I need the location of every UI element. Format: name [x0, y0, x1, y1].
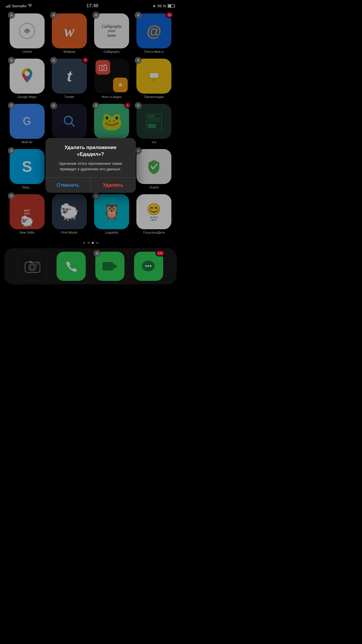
dock-icon-camera[interactable]: [18, 252, 47, 281]
carrier-label: Билайн: [12, 4, 27, 8]
delete-btn-facetime[interactable]: ✕: [94, 250, 101, 257]
app-grid: ✕ Unfold ✕ w Wattpad ✕ Calligraphy: [0, 10, 181, 237]
app-icon-tumblr[interactable]: t: [52, 59, 87, 94]
dock-item-messages: 141: [134, 252, 163, 281]
app-label-googlemaps: Google Maps: [17, 95, 36, 99]
app-item-unfold: ✕ Unfold: [6, 13, 48, 53]
badge-tumblr: 4: [82, 57, 89, 63]
app-icon-vcv[interactable]: [136, 104, 171, 139]
delete-button[interactable]: Удалить: [91, 178, 136, 193]
svg-rect-26: [102, 262, 113, 271]
page-dot-4[interactable]: [96, 242, 98, 244]
svg-rect-10: [150, 73, 158, 78]
badge-mailru: 10: [166, 12, 173, 18]
app-icon-wattpad[interactable]: w: [52, 13, 87, 48]
dock-item-phone: [57, 252, 86, 281]
status-left: Билайн: [6, 4, 32, 8]
app-icon-edadeal[interactable]: 🐸: [94, 104, 129, 139]
svg-rect-16: [148, 116, 155, 117]
svg-rect-20: [148, 124, 156, 128]
svg-rect-18: [148, 120, 160, 120]
app-label-fotovideo: Фото и видео: [102, 95, 122, 99]
svg-point-4: [24, 71, 30, 76]
battery-label: 50 %: [157, 4, 166, 8]
app-item-mailru: ✕ @ 10 Почта Mail.ru: [133, 13, 175, 53]
svg-rect-1: [174, 5, 175, 7]
delete-btn-wattpad[interactable]: ✕: [50, 12, 57, 19]
app-item-skype: ✕ S Skyp...: [6, 149, 48, 189]
delete-btn-lingokids[interactable]: ✕: [92, 192, 99, 200]
app-icon-calligraphy[interactable]: Calligraphy your name: [94, 13, 129, 48]
svg-rect-5: [99, 65, 107, 71]
app-icon-unfold[interactable]: [10, 13, 45, 48]
delete-btn-tumblr[interactable]: ✕: [50, 57, 57, 64]
app-label-skype: Skyp...: [22, 186, 32, 189]
app-icon-moybiznes[interactable]: G: [10, 104, 45, 139]
dock-icon-phone[interactable]: [57, 252, 86, 281]
delete-btn-skype[interactable]: ✕: [8, 147, 15, 154]
delete-btn-search[interactable]: ✕: [50, 102, 57, 109]
app-label-tumblr: Tumblr: [64, 95, 74, 99]
location-icon: [152, 4, 156, 8]
app-label-prezentacii: Презентации: [144, 95, 164, 99]
page-dot-3[interactable]: [92, 242, 94, 244]
app-item-lingokids: ✕ 🦉 Lingokids: [91, 194, 133, 234]
app-item-vcv: ✕ vcv: [133, 104, 175, 144]
app-icon-mailru[interactable]: @: [136, 13, 171, 48]
app-item-tumblr: ✕ t 4 Tumblr: [48, 59, 90, 99]
app-icon-gosuslugideti[interactable]: 😊 услугидети: [136, 194, 171, 229]
app-label-vcv: vcv: [152, 140, 157, 144]
svg-point-33: [150, 265, 152, 267]
delete-btn-edadeal[interactable]: ✕: [92, 102, 99, 109]
app-icon-lingokids[interactable]: 🦉: [94, 194, 129, 229]
delete-btn-googlemaps[interactable]: ✕: [8, 57, 15, 64]
svg-point-25: [36, 263, 38, 265]
app-item-moybiznes: ✕ G Мой би: [6, 104, 48, 144]
app-item-gosuslugideti: 😊 услугидети ГосуслугиДети: [133, 194, 175, 234]
app-icon-guard[interactable]: [136, 149, 171, 184]
app-item-newskills: ✕ BRITCOU 🐑 New Skills: [6, 194, 48, 234]
app-label-calligraphy: Calligraphy: [104, 50, 120, 53]
dialog: Удалить приложение «Едадил»? Удаление эт…: [45, 138, 136, 193]
svg-point-23: [30, 265, 34, 269]
dialog-message: Удаление этого приложения также приведет…: [51, 161, 130, 172]
cancel-button[interactable]: Отменить: [45, 178, 91, 193]
svg-marker-27: [113, 263, 117, 269]
delete-btn-moybiznes[interactable]: ✕: [8, 102, 15, 109]
app-label-unfold: Unfold: [22, 50, 32, 53]
app-label-firstwords: First Words: [61, 231, 78, 234]
signal-bars-icon: [6, 4, 11, 8]
app-item-wattpad: ✕ w Wattpad: [48, 13, 90, 53]
page-dot-1[interactable]: [83, 242, 85, 244]
dialog-title: Удалить приложение «Едадил»?: [51, 144, 130, 158]
app-item-prezentacii: ✕ Презентации: [133, 59, 175, 99]
dialog-buttons: Отменить Удалить: [45, 178, 136, 193]
app-icon-firstwords[interactable]: 🐑: [52, 194, 87, 229]
page-dot-2[interactable]: [87, 242, 89, 244]
app-item-guard: ✕ Guard: [133, 149, 175, 189]
app-icon-googlemaps[interactable]: [10, 59, 45, 94]
delete-btn-unfold[interactable]: ✕: [8, 12, 15, 19]
app-icon-fotovideo[interactable]: ★: [94, 59, 129, 94]
svg-rect-11: [153, 79, 156, 82]
app-item-fotovideo: ★ Фото и видео: [91, 59, 133, 99]
svg-rect-2: [168, 5, 171, 7]
app-label-mailru: Почта Mail.ru: [144, 50, 164, 53]
wifi-icon: [28, 4, 32, 8]
app-label-wattpad: Wattpad: [64, 50, 75, 53]
app-label-newskills: New Skills: [20, 231, 34, 234]
app-icon-search[interactable]: [52, 104, 87, 139]
dock-icon-facetime[interactable]: [95, 252, 124, 281]
app-label-gosuslugideti: ГосуслугиДети: [143, 231, 165, 234]
app-icon-skype[interactable]: S: [10, 149, 45, 184]
status-right: 50 %: [152, 4, 175, 8]
delete-btn-calligraphy[interactable]: ✕: [92, 12, 99, 19]
app-label-guard: Guard: [150, 186, 159, 189]
badge-messages: 141: [155, 250, 165, 256]
delete-btn-newskills[interactable]: ✕: [8, 192, 15, 200]
app-icon-prezentacii[interactable]: [136, 59, 171, 94]
dock: ✕ 141: [4, 248, 177, 284]
svg-point-7: [101, 66, 104, 69]
svg-line-13: [71, 123, 74, 126]
app-icon-newskills[interactable]: BRITCOU 🐑: [10, 194, 45, 229]
